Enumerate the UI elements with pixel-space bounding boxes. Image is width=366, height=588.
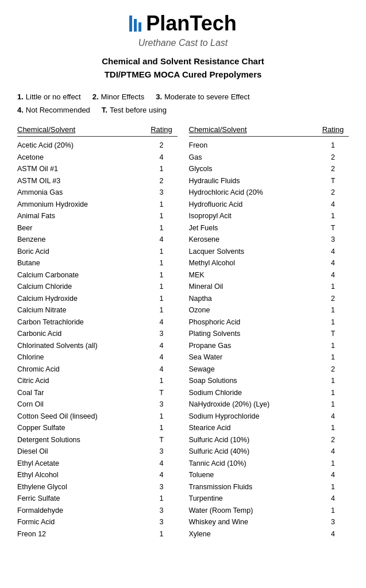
table-row: Soap Solutions1	[189, 376, 349, 388]
chemical-name: NaHydroxide (20%) (Lye)	[189, 400, 318, 410]
left-chem-header: Chemical/Solvent	[17, 125, 146, 134]
chemical-name: Ammonia Gas	[17, 188, 146, 198]
chemical-name: Chlorine	[17, 353, 146, 363]
chemical-name: Transmission Fluids	[189, 482, 318, 493]
page-header: PlanTech Urethane Cast to Last Chemical …	[17, 11, 349, 81]
rating-value: 1	[317, 141, 349, 149]
chemical-name: Ammonium Hydroxide	[17, 200, 146, 210]
rating-value: 1	[146, 212, 178, 220]
chemical-name: Animal Fats	[17, 211, 146, 222]
left-column: Chemical/Solvent Rating Acetic Acid (20%…	[17, 125, 178, 540]
chemical-name: Formaldehyde	[17, 506, 146, 516]
chemical-name: Isopropyl Acit	[189, 211, 318, 222]
table-row: Calcium Carbonate1	[17, 269, 178, 281]
table-row: Ozone1	[189, 305, 349, 317]
rating-value: 4	[317, 530, 349, 538]
rating-value: 1	[146, 271, 178, 279]
table-row: Hydrofluoric Acid4	[189, 199, 349, 211]
chemical-name: ASTM Oil #1	[17, 164, 146, 175]
table-row: Transmission Fluids1	[189, 481, 349, 493]
chemical-name: Sodium Hyprochloride	[189, 412, 318, 422]
table-row: Gas2	[189, 152, 349, 164]
chemical-name: Lacquer Solvents	[189, 247, 318, 257]
rating-value: 3	[146, 330, 178, 338]
right-column: Chemical/Solvent Rating Freon1Gas2Glycol…	[189, 125, 349, 540]
rating-value: 4	[146, 353, 178, 361]
rating-value: 1	[146, 247, 178, 256]
table-row: Phosphoric Acid1	[189, 316, 349, 328]
table-row: Formaldehyde3	[17, 505, 178, 517]
chemical-table: Chemical/Solvent Rating Acetic Acid (20%…	[17, 125, 349, 540]
chemical-name: Calcium Hydroxide	[17, 294, 146, 304]
rating-value: 1	[317, 342, 349, 350]
table-row: Methyl Alcohol4	[189, 258, 349, 270]
table-row: Cotton Seed Oil (linseed)1	[17, 411, 178, 423]
table-row: Formic Acid3	[17, 517, 178, 529]
rating-value: 2	[317, 436, 349, 444]
table-row: Sodium Hyprochloride4	[189, 411, 349, 423]
chemical-name: Jet Fuels	[189, 223, 318, 234]
rating-value: 1	[146, 283, 178, 291]
table-row: Mineral Oil1	[189, 281, 349, 293]
chemical-name: Gas	[189, 153, 318, 163]
rating-value: 4	[146, 318, 178, 326]
left-col-header: Chemical/Solvent Rating	[17, 125, 178, 137]
rating-value: 1	[317, 283, 349, 291]
table-row: Coal TarT	[17, 387, 178, 399]
table-row: Carbon Tetrachloride4	[17, 316, 178, 328]
chemical-name: Glycols	[189, 164, 318, 175]
chemical-name: Detergent Solutions	[17, 435, 146, 446]
chemical-name: Phosphoric Acid	[189, 318, 318, 328]
chemical-name: Diesel Oil	[17, 447, 146, 457]
chemical-name: Carbon Tetrachloride	[17, 318, 146, 328]
rating-value: 1	[317, 212, 349, 220]
rating-value: T	[146, 389, 178, 397]
rating-value: 3	[317, 518, 349, 526]
table-row: Ammonia Gas3	[17, 187, 178, 199]
chemical-name: Freon	[189, 141, 318, 151]
rating-value: 2	[317, 188, 349, 196]
rating-value: 1	[317, 483, 349, 491]
chemical-name: Plating Solvents	[189, 329, 318, 339]
rating-value: 4	[317, 259, 349, 267]
table-row: Sodium Chloride1	[189, 387, 349, 399]
rating-value: 4	[146, 471, 178, 479]
rating-value: 1	[146, 224, 178, 232]
rating-value: 4	[317, 247, 349, 256]
table-row: Acetone4	[17, 152, 178, 164]
chemical-name: Ozone	[189, 305, 318, 316]
chemical-name: Hydrochloric Acid (20%	[189, 188, 318, 198]
chemical-name: Hydrofluoric Acid	[189, 200, 318, 210]
table-row: Isopropyl Acit1	[189, 211, 349, 223]
rating-value: 1	[317, 459, 349, 467]
chemical-name: Corn Oil	[17, 400, 146, 410]
rating-value: 3	[146, 506, 178, 514]
rating-value: 3	[146, 188, 178, 196]
table-row: Chlorinated Solvents (all)4	[17, 340, 178, 352]
chemical-name: Calcium Chloride	[17, 282, 146, 292]
right-col-header: Chemical/Solvent Rating	[189, 125, 349, 137]
chemical-name: Calcium Carbonate	[17, 270, 146, 281]
rating-value: 3	[146, 447, 178, 455]
rating-value: 4	[146, 153, 178, 161]
rating-value: 4	[146, 459, 178, 467]
table-row: Benzene4	[17, 234, 178, 246]
table-row: Whiskey and Wine3	[189, 517, 349, 529]
table-row: Naptha2	[189, 293, 349, 305]
table-row: Propane Gas1	[189, 340, 349, 352]
table-row: Hydrochloric Acid (20%2	[189, 187, 349, 199]
chemical-name: Copper Sulfate	[17, 423, 146, 434]
table-row: Ethylene Glycol3	[17, 481, 178, 493]
chemical-name: Propane Gas	[189, 341, 318, 351]
chemical-name: Ethylene Glycol	[17, 482, 146, 493]
rating-value: 4	[317, 412, 349, 420]
rating-value: 4	[146, 365, 178, 373]
table-row: MEK4	[189, 269, 349, 281]
rating-value: 4	[317, 447, 349, 455]
logo-stripes-icon	[129, 16, 141, 32]
table-row: Diesel Oil3	[17, 446, 178, 458]
rating-value: T	[317, 224, 349, 232]
title-line2: TDI/PTMEG MOCA Cured Prepolymers	[17, 68, 349, 82]
rating-value: T	[146, 436, 178, 444]
table-row: Lacquer Solvents4	[189, 246, 349, 258]
